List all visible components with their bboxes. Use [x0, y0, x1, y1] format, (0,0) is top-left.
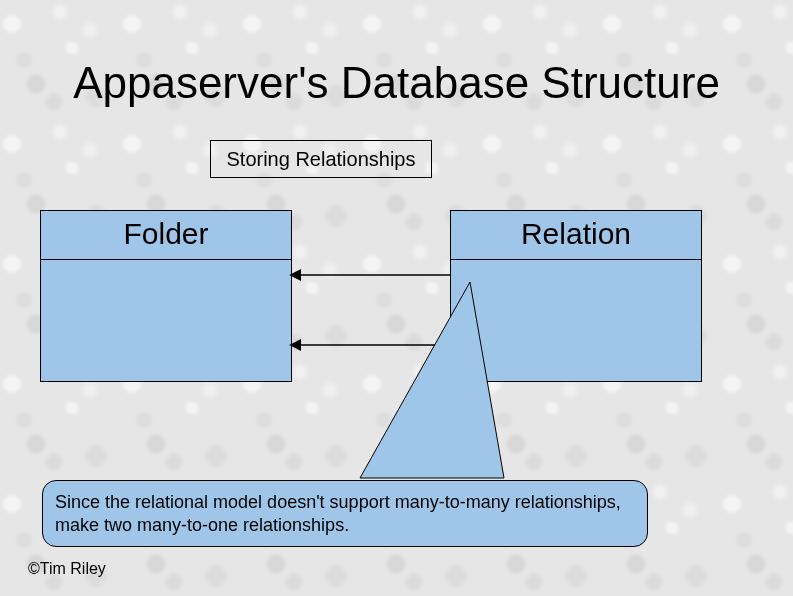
entity-relation-header: Relation	[451, 211, 701, 260]
slide-title: Appaserver's Database Structure	[0, 58, 793, 108]
entity-folder-header: Folder	[41, 211, 291, 260]
entity-folder: Folder	[40, 210, 292, 382]
subtitle-box: Storing Relationships	[210, 140, 432, 178]
entity-relation: Relation	[450, 210, 702, 382]
copyright: ©Tim Riley	[28, 560, 106, 578]
subtitle-text: Storing Relationships	[227, 148, 416, 171]
note-text: Since the relational model doesn't suppo…	[55, 492, 621, 535]
note-callout: Since the relational model doesn't suppo…	[42, 480, 648, 547]
